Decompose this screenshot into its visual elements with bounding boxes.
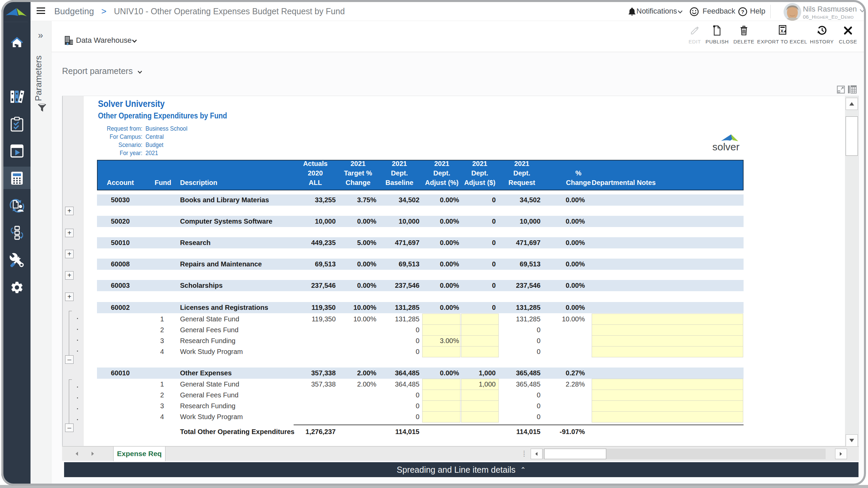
svg-text:?: ?: [741, 9, 744, 15]
svg-text:X: X: [781, 29, 784, 34]
